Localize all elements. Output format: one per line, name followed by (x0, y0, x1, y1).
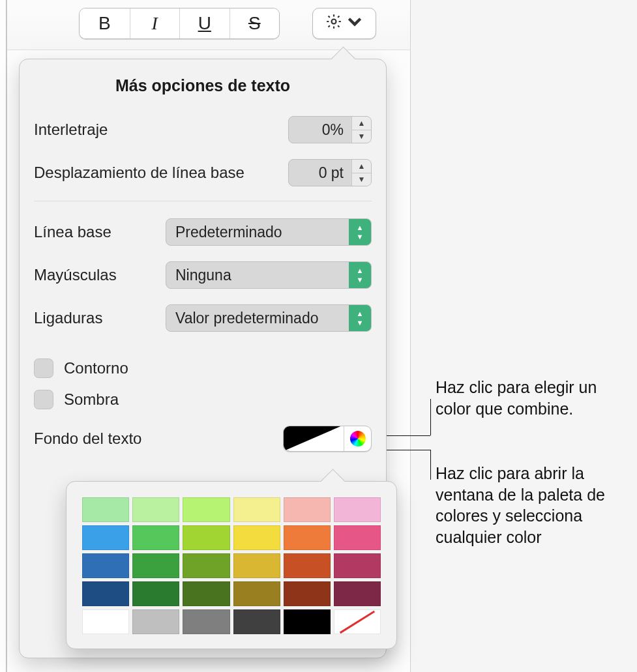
color-swatch-cell[interactable] (82, 609, 129, 634)
callout-leader (430, 399, 431, 435)
baseline-shift-stepper[interactable]: 0 pt ▲ ▼ (288, 159, 372, 186)
color-swatch-cell[interactable] (183, 581, 230, 606)
select-caret-icon: ▲▼ (349, 219, 371, 245)
color-grid-popover (66, 481, 397, 649)
page-edge (0, 0, 7, 672)
tracking-value: 0% (289, 121, 351, 139)
shadow-checkbox[interactable] (34, 390, 53, 409)
color-swatch-cell[interactable] (183, 553, 230, 578)
inspector-panel: B I U S Más opciones de texto Interletra… (7, 0, 411, 672)
color-swatch-cell[interactable] (233, 581, 280, 606)
color-swatch-cell[interactable] (132, 525, 179, 550)
color-swatch-cell[interactable] (334, 497, 381, 522)
color-swatch-cell[interactable] (132, 581, 179, 606)
divider (34, 201, 372, 201)
color-swatch-cell[interactable] (233, 609, 280, 634)
caps-label: Mayúsculas (34, 266, 117, 284)
color-swatch-cell[interactable] (233, 553, 280, 578)
baseline-label: Línea base (34, 223, 111, 241)
baseline-shift-step-up-icon[interactable]: ▲ (352, 160, 371, 173)
outline-label: Contorno (64, 359, 128, 377)
color-swatch-cell[interactable] (284, 525, 331, 550)
color-swatch-cell[interactable] (132, 609, 179, 634)
callout-leader (430, 450, 431, 480)
gear-icon (325, 13, 342, 34)
ligatures-select[interactable]: Valor predeterminado ▲▼ (166, 304, 372, 332)
textbg-color-control (283, 426, 372, 452)
strikethrough-button[interactable]: S (230, 8, 280, 38)
select-caret-icon: ▲▼ (349, 305, 371, 331)
outline-checkbox[interactable] (34, 358, 53, 378)
color-swatch-cell[interactable] (233, 497, 280, 522)
tracking-stepper[interactable]: 0% ▲ ▼ (288, 116, 372, 143)
baseline-shift-label: Desplazamiento de línea base (34, 164, 244, 182)
color-swatch-cell[interactable] (334, 525, 381, 550)
tracking-step-down-icon[interactable]: ▼ (352, 130, 371, 143)
color-swatch-cell[interactable] (334, 581, 381, 606)
color-swatch-cell[interactable] (284, 497, 331, 522)
svg-point-0 (332, 20, 336, 24)
color-swatch-cell[interactable] (132, 497, 179, 522)
color-swatch-cell[interactable] (183, 609, 230, 634)
color-swatch-cell[interactable] (183, 497, 230, 522)
tracking-label: Interletraje (34, 121, 108, 139)
chevron-down-icon (346, 13, 363, 34)
italic-button[interactable]: I (130, 8, 180, 38)
tracking-stepper-buttons[interactable]: ▲ ▼ (351, 117, 371, 143)
select-caret-icon: ▲▼ (349, 262, 371, 288)
popover-title: Más opciones de texto (34, 76, 372, 95)
color-swatch-cell[interactable] (82, 581, 129, 606)
callout-wheel: Haz clic para abrir la ventana de la pal… (436, 463, 631, 548)
shadow-label: Sombra (64, 390, 119, 409)
color-swatch-cell[interactable] (82, 553, 129, 578)
color-swatch-cell[interactable] (82, 497, 129, 522)
color-wheel-icon (350, 431, 366, 446)
baseline-select[interactable]: Predeterminado ▲▼ (166, 218, 372, 246)
baseline-value: Predeterminado (166, 224, 349, 241)
color-swatch-cell[interactable] (284, 581, 331, 606)
color-swatch-none[interactable] (334, 609, 381, 634)
caps-value: Ninguna (166, 267, 349, 284)
color-swatch-cell[interactable] (334, 553, 381, 578)
bold-button[interactable]: B (80, 8, 130, 38)
color-swatch-cell[interactable] (233, 525, 280, 550)
color-swatch-cell[interactable] (284, 609, 331, 634)
baseline-shift-value: 0 pt (289, 164, 351, 182)
textbg-color-wheel-button[interactable] (344, 426, 371, 451)
more-options-button[interactable] (312, 8, 376, 39)
ligatures-value: Valor predeterminado (166, 310, 349, 327)
ligatures-label: Ligaduras (34, 309, 102, 327)
color-swatch-cell[interactable] (132, 553, 179, 578)
baseline-shift-step-down-icon[interactable]: ▼ (352, 173, 371, 186)
underline-button[interactable]: U (179, 8, 230, 38)
color-swatch-cell[interactable] (183, 525, 230, 550)
callout-swatch: Haz clic para elegir un color que combin… (436, 377, 631, 419)
caps-select[interactable]: Ninguna ▲▼ (166, 261, 372, 289)
color-swatch-cell[interactable] (82, 525, 129, 550)
color-swatch-cell[interactable] (284, 553, 331, 578)
tracking-step-up-icon[interactable]: ▲ (352, 117, 371, 130)
baseline-shift-stepper-buttons[interactable]: ▲ ▼ (351, 160, 371, 186)
textbg-color-swatch-button[interactable] (284, 426, 344, 451)
color-grid (82, 497, 381, 634)
text-style-segmented: B I U S (79, 8, 280, 39)
textbg-label: Fondo del texto (34, 430, 141, 448)
